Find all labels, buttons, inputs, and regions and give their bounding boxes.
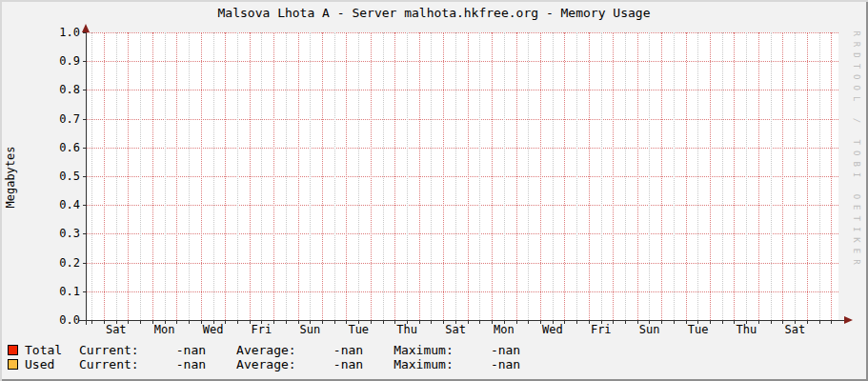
major-gridline [298, 32, 299, 320]
major-gridline [831, 32, 832, 320]
rrdtool-graph: Malsova Lhota A - Server malhota.hkfree.… [0, 0, 868, 381]
y-tick-label: 1.0 [36, 26, 80, 39]
maximum-value: -nan [454, 343, 520, 357]
minor-gridline [286, 32, 287, 320]
y-axis-title: Megabytes [4, 146, 17, 208]
current-value: -nan [139, 357, 206, 371]
major-gridline [201, 32, 202, 320]
minor-gridline [746, 32, 747, 320]
major-gridline [589, 32, 590, 320]
x-tick-label: Thu [383, 323, 431, 336]
x-tick-mark [831, 321, 832, 324]
major-gridline [371, 32, 372, 320]
x-tick-label: Sun [626, 323, 674, 336]
x-tick-label: Tue [334, 323, 382, 336]
graph-title: Malsova Lhota A - Server malhota.hkfree.… [0, 6, 868, 20]
major-gridline [346, 32, 347, 320]
y-gridline [87, 148, 838, 149]
y-tick-label: 0.9 [36, 54, 80, 68]
maximum-label: Maximum: [394, 357, 454, 371]
x-tick-label: Thu [722, 323, 770, 336]
x-tick-label: Tue [675, 323, 722, 336]
minor-gridline [261, 32, 262, 320]
minor-gridline [697, 32, 698, 320]
y-axis-line [86, 26, 87, 325]
maximum-value: -nan [454, 357, 520, 371]
y-gridline [87, 205, 838, 206]
minor-gridline [383, 32, 384, 320]
y-tick-label: 0.4 [36, 198, 80, 211]
x-axis-line [79, 320, 844, 321]
major-gridline [758, 32, 759, 320]
minor-gridline [407, 32, 408, 320]
minor-gridline [431, 32, 432, 320]
y-axis-arrow-icon [82, 24, 90, 32]
minor-gridline [91, 32, 92, 320]
y-tick-label: 0.5 [36, 170, 80, 183]
minor-gridline [504, 32, 505, 320]
y-gridline [87, 32, 838, 33]
y-tick-label: 0.1 [36, 285, 80, 298]
x-tick-label: Sat [771, 323, 818, 336]
minor-gridline [771, 32, 772, 320]
major-gridline [250, 32, 251, 320]
x-tick-label: Wed [190, 323, 237, 336]
minor-gridline [649, 32, 650, 320]
minor-gridline [165, 32, 166, 320]
x-tick-label: Fri [237, 323, 285, 336]
major-gridline [322, 32, 323, 320]
minor-gridline [140, 32, 141, 320]
major-gridline [468, 32, 469, 320]
major-gridline [734, 32, 735, 320]
major-gridline [782, 32, 783, 320]
minor-gridline [237, 32, 238, 320]
y-tick-label: 0.2 [36, 256, 80, 270]
x-tick-label: Wed [529, 323, 576, 336]
legend-series-name: Used [25, 357, 79, 371]
minor-gridline [189, 32, 190, 320]
major-gridline [540, 32, 541, 320]
y-gridline [87, 291, 838, 292]
major-gridline [637, 32, 638, 320]
x-axis-arrow-icon [844, 316, 853, 324]
y-gridline [87, 61, 838, 62]
x-tick-label: Fri [577, 323, 625, 336]
minor-gridline [722, 32, 723, 320]
average-value: -nan [296, 343, 363, 357]
x-tick-label: Sat [432, 323, 479, 336]
used-swatch [8, 359, 18, 370]
minor-gridline [479, 32, 480, 320]
minor-gridline [674, 32, 675, 320]
minor-gridline [528, 32, 529, 320]
current-label: Current: [79, 343, 139, 357]
major-gridline [273, 32, 274, 320]
major-gridline [686, 32, 687, 320]
major-gridline [492, 32, 493, 320]
minor-gridline [310, 32, 311, 320]
y-tick-label: 0.6 [36, 141, 80, 154]
minor-gridline [116, 32, 117, 320]
maximum-label: Maximum: [394, 343, 454, 357]
y-gridline [87, 233, 838, 234]
major-gridline [516, 32, 517, 320]
major-gridline [394, 32, 395, 320]
major-gridline [104, 32, 105, 320]
major-gridline [613, 32, 614, 320]
y-gridline [87, 90, 838, 90]
current-label: Current: [79, 357, 139, 371]
minor-gridline [795, 32, 796, 320]
major-gridline [419, 32, 420, 320]
major-gridline [176, 32, 177, 320]
x-tick-label: Mon [141, 323, 189, 336]
y-tick-label: 0.0 [36, 313, 80, 327]
minor-gridline [819, 32, 820, 320]
legend: Total Current: -nan Average: -nan Maximu… [8, 343, 520, 371]
minor-gridline [601, 32, 602, 320]
x-tick-label: Sat [92, 323, 140, 336]
legend-series-name: Total [25, 343, 79, 357]
major-gridline [443, 32, 444, 320]
major-gridline [661, 32, 662, 320]
average-value: -nan [296, 357, 363, 371]
total-swatch [8, 345, 18, 355]
minor-gridline [455, 32, 456, 320]
